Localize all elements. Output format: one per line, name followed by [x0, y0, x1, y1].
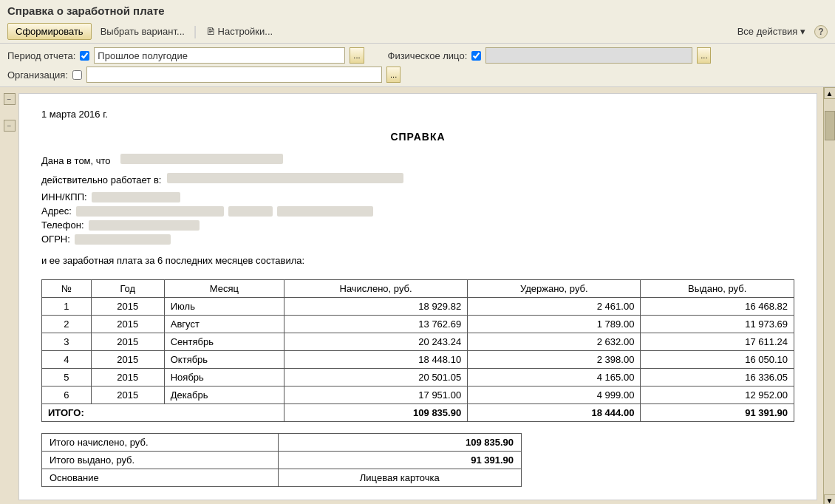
- cell-num: 4: [42, 350, 92, 368]
- page-title: Справка о заработной плате: [7, 4, 828, 17]
- cell-paid: 16 050.10: [641, 350, 794, 368]
- period-label: Период отчета:: [7, 50, 75, 61]
- col-header-month: Месяц: [164, 279, 284, 297]
- org-name-field: [167, 173, 403, 183]
- document-area: 1 марта 2016 г. СПРАВКА Дана в том, что …: [18, 93, 817, 500]
- summary-label: Основание: [42, 469, 279, 486]
- cell-accrued: 17 951.00: [284, 386, 467, 403]
- cell-year: 2015: [91, 368, 164, 386]
- table-row: 4 2015 Октябрь 18 448.10 2 398.00 16 050…: [42, 350, 794, 368]
- scroll-down-arrow[interactable]: ▼: [824, 494, 836, 504]
- cell-accrued: 18 448.10: [284, 350, 467, 368]
- settings-icon: 🖹: [206, 26, 216, 37]
- variant-button[interactable]: Выбрать вариант...: [96, 24, 189, 39]
- cell-withheld: 4 999.00: [468, 386, 641, 403]
- cell-withheld: 2 461.00: [468, 297, 641, 315]
- collapse-button-mid[interactable]: −: [4, 120, 16, 132]
- total-accrued: 109 835.90: [284, 403, 467, 421]
- cell-year: 2015: [91, 333, 164, 350]
- col-header-withheld: Удержано, руб.: [468, 279, 641, 297]
- person-checkbox[interactable]: [471, 51, 481, 61]
- scroll-thumb[interactable]: [825, 111, 835, 140]
- settings-button[interactable]: 🖹 Настройки...: [202, 24, 278, 39]
- doc-para-given: Дана в том, что: [41, 154, 794, 168]
- cell-withheld: 1 789.00: [468, 315, 641, 333]
- left-gutter: − −: [0, 87, 18, 504]
- org-label: Организация:: [7, 69, 68, 81]
- col-header-year: Год: [91, 279, 164, 297]
- cell-accrued: 20 243.24: [284, 333, 467, 350]
- cell-year: 2015: [91, 297, 164, 315]
- main-area: − − 1 марта 2016 г. СПРАВКА Дана в том, …: [0, 87, 835, 504]
- summary-value: 91 391.90: [278, 451, 521, 469]
- period-checkbox[interactable]: [80, 51, 89, 61]
- summary-table: Итого начислено, руб. 109 835.90 Итого в…: [41, 433, 522, 487]
- scrollbar[interactable]: ▲ ▼: [823, 87, 835, 504]
- total-row: ИТОГО: 109 835.90 18 444.00 91 391.90: [42, 403, 794, 421]
- doc-phone-line: Телефон:: [41, 219, 794, 231]
- org-checkbox[interactable]: [72, 70, 82, 80]
- filters: Период отчета: ... Физическое лицо: ... …: [0, 44, 835, 87]
- cell-month: Ноябрь: [164, 368, 284, 386]
- col-header-paid: Выдано, руб.: [641, 279, 794, 297]
- salary-table: № Год Месяц Начислено, руб. Удержано, ру…: [41, 279, 794, 422]
- summary-row: Итого начислено, руб. 109 835.90: [42, 433, 522, 451]
- addr-field-2: [228, 206, 273, 217]
- summary-value: 109 835.90: [278, 433, 521, 451]
- summary-row: Основание Лицевая карточка: [42, 469, 522, 486]
- ogrn-field: [75, 234, 171, 245]
- help-button[interactable]: ?: [814, 25, 828, 38]
- doc-salary-para: и ее заработная плата за 6 последних мес…: [41, 253, 794, 268]
- table-row: 1 2015 Июль 18 929.82 2 461.00 16 468.82: [42, 297, 794, 315]
- cell-paid: 17 611.24: [641, 333, 794, 350]
- summary-label: Итого начислено, руб.: [42, 433, 279, 451]
- person-browse-button[interactable]: ...: [697, 47, 711, 64]
- summary-value: Лицевая карточка: [278, 469, 521, 486]
- cell-month: Октябрь: [164, 350, 284, 368]
- toolbar-right: Все действия ▾ ?: [733, 24, 828, 39]
- org-browse-button[interactable]: ...: [386, 67, 401, 83]
- form-button[interactable]: Сформировать: [7, 23, 92, 40]
- doc-date: 1 марта 2016 г.: [41, 109, 794, 120]
- collapse-button-top[interactable]: −: [4, 93, 16, 105]
- phone-field: [89, 220, 200, 231]
- table-row: 2 2015 Август 13 762.69 1 789.00 11 973.…: [42, 315, 794, 333]
- cell-paid: 16 336.05: [641, 368, 794, 386]
- filter-row-period: Период отчета: ... Физическое лицо: ...: [7, 47, 828, 64]
- cell-accrued: 13 762.69: [284, 315, 467, 333]
- summary-label: Итого выдано, руб.: [42, 451, 279, 469]
- inn-field: [92, 192, 180, 202]
- col-header-accrued: Начислено, руб.: [284, 279, 467, 297]
- all-actions-button[interactable]: Все действия ▾: [733, 24, 810, 39]
- cell-accrued: 18 929.82: [284, 297, 467, 315]
- cell-month: Сентябрь: [164, 333, 284, 350]
- cell-month: Декабрь: [164, 386, 284, 403]
- cell-withheld: 4 165.00: [468, 368, 641, 386]
- filter-row-org: Организация: ...: [7, 67, 828, 83]
- table-row: 3 2015 Сентябрь 20 243.24 2 632.00 17 61…: [42, 333, 794, 350]
- cell-num: 5: [42, 368, 92, 386]
- doc-title: СПРАВКА: [41, 131, 794, 143]
- total-withheld: 18 444.00: [468, 403, 641, 421]
- cell-num: 3: [42, 333, 92, 350]
- org-input[interactable]: [86, 67, 382, 83]
- addr-field-3: [277, 206, 373, 217]
- doc-addr-line: Адрес:: [41, 205, 794, 217]
- table-row: 6 2015 Декабрь 17 951.00 4 999.00 12 952…: [42, 386, 794, 403]
- cell-num: 2: [42, 315, 92, 333]
- period-browse-button[interactable]: ...: [350, 47, 364, 64]
- total-paid: 91 391.90: [641, 403, 794, 421]
- doc-footer: Справка дана для предъявления по месту т…: [41, 498, 794, 501]
- period-input[interactable]: [94, 47, 345, 64]
- summary-row: Итого выдано, руб. 91 391.90: [42, 451, 522, 469]
- person-input[interactable]: [485, 47, 692, 64]
- cell-paid: 16 468.82: [641, 297, 794, 315]
- toolbar: Сформировать Выбрать вариант... | 🖹 Наст…: [0, 20, 835, 44]
- doc-para-work: действительно работает в:: [41, 173, 794, 188]
- cell-paid: 12 952.00: [641, 386, 794, 403]
- scroll-up-arrow[interactable]: ▲: [824, 87, 836, 99]
- cell-year: 2015: [91, 315, 164, 333]
- cell-withheld: 2 632.00: [468, 333, 641, 350]
- table-row: 5 2015 Ноябрь 20 501.05 4 165.00 16 336.…: [42, 368, 794, 386]
- cell-accrued: 20 501.05: [284, 368, 467, 386]
